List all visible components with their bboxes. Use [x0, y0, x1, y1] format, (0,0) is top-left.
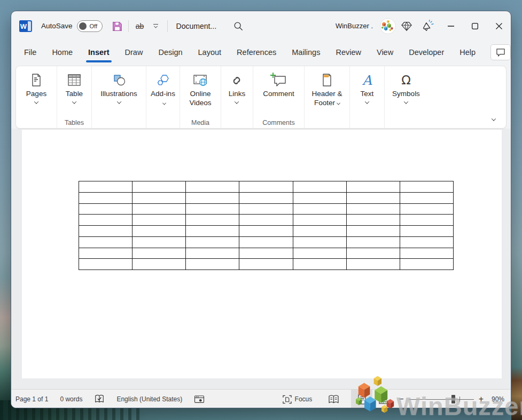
table-cell[interactable]	[239, 181, 293, 193]
tab-layout[interactable]: Layout	[198, 46, 222, 59]
tab-draw[interactable]: Draw	[124, 46, 144, 59]
table-cell[interactable]	[346, 215, 400, 226]
qat-strikethrough-button[interactable]: ab	[132, 18, 148, 34]
table-cell[interactable]	[346, 236, 400, 248]
table-cell[interactable]	[293, 226, 346, 237]
table-cell[interactable]	[186, 203, 239, 215]
comments-button[interactable]	[490, 44, 511, 60]
table-cell[interactable]	[400, 236, 453, 248]
table-cell[interactable]	[239, 203, 293, 215]
tab-home[interactable]: Home	[51, 46, 73, 59]
table-cell[interactable]	[239, 215, 293, 226]
tab-help[interactable]: Help	[459, 46, 476, 59]
autosave-toggle[interactable]: Off	[77, 20, 103, 32]
table-cell[interactable]	[239, 259, 293, 270]
word-count[interactable]: 0 words	[60, 395, 82, 403]
search-icon[interactable]	[230, 18, 246, 34]
table-cell[interactable]	[346, 259, 400, 270]
maximize-button[interactable]	[463, 12, 487, 41]
save-button[interactable]	[109, 18, 125, 34]
tab-developer[interactable]: Developer	[408, 46, 445, 59]
close-button[interactable]	[487, 12, 511, 41]
table-cell[interactable]	[293, 192, 346, 203]
megaphone-icon[interactable]	[417, 12, 439, 41]
table-cell[interactable]	[400, 181, 453, 193]
table-cell[interactable]	[79, 226, 133, 237]
language-indicator[interactable]: English (United States)	[116, 395, 182, 403]
table-cell[interactable]	[293, 203, 346, 215]
table-cell[interactable]	[133, 192, 186, 203]
table-cell[interactable]	[400, 203, 453, 215]
links-button[interactable]: Links	[229, 70, 246, 104]
table-cell[interactable]	[293, 248, 346, 259]
table-cell[interactable]	[133, 226, 186, 237]
table-cell[interactable]	[293, 236, 346, 248]
table-cell[interactable]	[186, 181, 239, 193]
table-cell[interactable]	[133, 236, 186, 248]
table-cell[interactable]	[400, 259, 453, 270]
online-videos-button[interactable]: Online Videos	[185, 70, 215, 108]
table-cell[interactable]	[186, 226, 239, 237]
table-cell[interactable]	[239, 226, 293, 237]
illustrations-button[interactable]: Illustrations	[100, 70, 137, 104]
table-cell[interactable]	[186, 259, 239, 270]
table-cell[interactable]	[346, 248, 400, 259]
table-cell[interactable]	[133, 248, 186, 259]
zoom-slider-handle[interactable]	[451, 395, 455, 403]
add-ins-button[interactable]: Add-ins	[151, 70, 175, 108]
table-cell[interactable]	[239, 192, 293, 203]
table-cell[interactable]	[79, 236, 133, 248]
zoom-in-button[interactable]: +	[474, 394, 488, 404]
table-cell[interactable]	[346, 192, 400, 203]
table-cell[interactable]	[346, 226, 400, 237]
pages-button[interactable]: Pages	[26, 70, 46, 104]
focus-button[interactable]: Focus	[283, 395, 313, 404]
zoom-out-button[interactable]: −	[394, 394, 408, 404]
proofing-check-icon[interactable]	[94, 394, 105, 405]
read-mode-icon[interactable]	[328, 394, 339, 404]
table-cell[interactable]	[400, 226, 453, 237]
table-cell[interactable]	[346, 181, 400, 193]
table-cell[interactable]	[133, 259, 186, 270]
symbols-button[interactable]: Ω Symbols	[392, 70, 420, 104]
tab-review[interactable]: Review	[335, 46, 362, 59]
customize-qat-button[interactable]	[148, 18, 164, 34]
tab-file[interactable]: File	[24, 46, 37, 59]
avatar[interactable]	[380, 18, 396, 34]
document-title[interactable]: Document...	[176, 22, 216, 30]
table-cell[interactable]	[79, 203, 133, 215]
tab-insert[interactable]: Insert	[88, 46, 110, 59]
table-cell[interactable]	[79, 248, 133, 259]
word-app-icon[interactable]: W	[19, 19, 33, 33]
gem-icon[interactable]	[396, 12, 417, 41]
inserted-table[interactable]	[79, 181, 454, 270]
web-layout-icon[interactable]	[372, 390, 394, 408]
tab-view[interactable]: View	[376, 46, 394, 59]
comment-button[interactable]: Comment	[263, 70, 294, 98]
table-cell[interactable]	[400, 215, 453, 226]
table-cell[interactable]	[293, 259, 346, 270]
text-button[interactable]: A Text	[361, 70, 374, 104]
table-cell[interactable]	[186, 215, 239, 226]
table-cell[interactable]	[79, 215, 133, 226]
table-cell[interactable]	[79, 192, 133, 203]
collapse-ribbon-button[interactable]	[487, 114, 501, 125]
table-cell[interactable]	[186, 236, 239, 248]
account-name[interactable]: WinBuzzer .	[336, 22, 373, 30]
minimize-button[interactable]	[439, 12, 463, 41]
print-layout-icon[interactable]	[351, 390, 372, 408]
table-cell[interactable]	[346, 203, 400, 215]
table-cell[interactable]	[400, 192, 453, 203]
page-indicator[interactable]: Page 1 of 1	[15, 395, 48, 403]
table-cell[interactable]	[186, 248, 239, 259]
table-button[interactable]: Table	[66, 70, 83, 104]
document-page[interactable]	[22, 130, 502, 378]
table-cell[interactable]	[133, 203, 186, 215]
table-cell[interactable]	[293, 181, 346, 193]
macro-recording-icon[interactable]	[194, 395, 205, 404]
tab-references[interactable]: References	[236, 46, 277, 59]
table-cell[interactable]	[239, 248, 293, 259]
table-cell[interactable]	[133, 215, 186, 226]
zoom-percentage[interactable]: 90%	[492, 395, 504, 403]
table-cell[interactable]	[79, 181, 133, 193]
